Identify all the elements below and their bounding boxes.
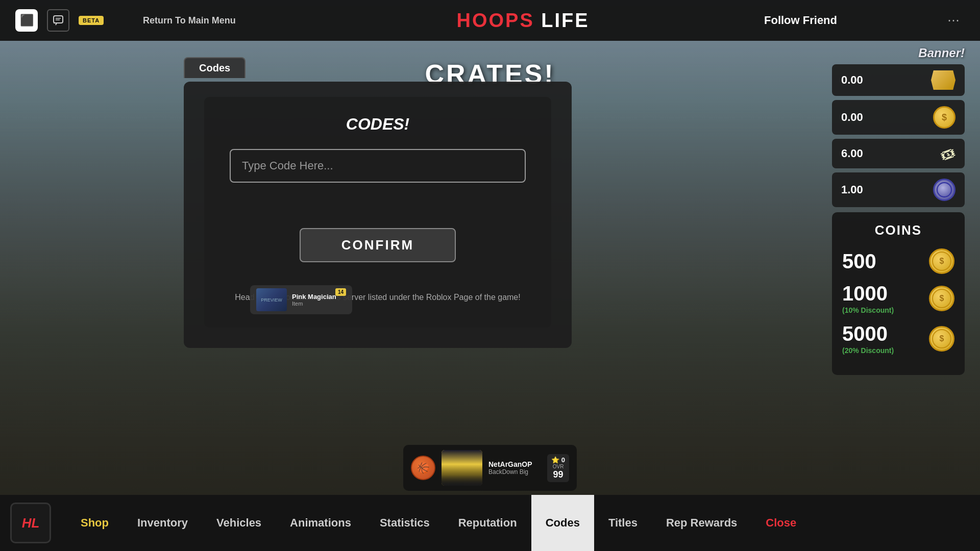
roblox-icon: ⬛ bbox=[15, 9, 38, 32]
ovr-label: OVR bbox=[553, 464, 564, 469]
follow-friend-button[interactable]: Follow Friend bbox=[764, 14, 837, 27]
nav-codes[interactable]: Codes bbox=[531, 495, 594, 551]
coin-amount-5000: 5000 bbox=[842, 322, 929, 345]
ticket-value: 6.00 bbox=[841, 147, 863, 160]
nav-titles[interactable]: Titles bbox=[594, 495, 652, 551]
ticket-icon: 🎟 bbox=[938, 143, 958, 164]
coin-discount-1000: (10% Discount) bbox=[842, 306, 929, 314]
player-ball-icon: 🏀 bbox=[411, 456, 435, 480]
bottom-nav: HL Shop Inventory Vehicles Animations St… bbox=[0, 495, 980, 551]
title-hoops: HOOPS bbox=[457, 10, 534, 31]
coin-row: 0.00 $ bbox=[832, 100, 965, 135]
token-row: 1.00 bbox=[832, 172, 965, 207]
preview-thumbnail: PREVIEW bbox=[256, 288, 287, 311]
coin-option-5000[interactable]: 5000 (20% Discount) $ bbox=[842, 322, 954, 355]
nav-reputation[interactable]: Reputation bbox=[444, 495, 531, 551]
chat-icon[interactable] bbox=[47, 9, 69, 32]
preview-badge: 14 bbox=[335, 288, 346, 296]
coin-buy-500[interactable]: $ bbox=[929, 248, 954, 274]
code-input[interactable] bbox=[230, 149, 526, 183]
gold-value: 0.00 bbox=[841, 73, 863, 87]
confirm-button[interactable]: CONFIRM bbox=[300, 228, 456, 262]
svg-rect-0 bbox=[54, 16, 63, 23]
more-options-icon[interactable]: ⋯ bbox=[942, 9, 965, 32]
title-life: LIFE bbox=[541, 10, 589, 31]
gold-row: 0.00 bbox=[832, 64, 965, 96]
topbar-left: ⬛ BETA bbox=[15, 9, 104, 32]
codes-panel-title: CODES! bbox=[230, 115, 526, 134]
coin-amount-1000: 1000 bbox=[842, 282, 929, 305]
codes-panel: Codes CODES! PREVIEW Pink Magician Item … bbox=[184, 82, 572, 348]
ovr-value: 99 bbox=[553, 469, 564, 480]
token-value: 1.00 bbox=[841, 183, 863, 196]
coins-shop-panel: COINS 500 $ 1000 (10% Discount) $ bbox=[832, 212, 965, 375]
preview-card: PREVIEW Pink Magician Item 14 bbox=[250, 285, 352, 314]
nav-logo: HL bbox=[10, 503, 51, 543]
player-name: NetArGanOP bbox=[488, 460, 541, 468]
preview-sub: Item bbox=[292, 300, 336, 307]
main-area: CRATES! Codes CODES! PREVIEW Pink Magici… bbox=[0, 41, 980, 495]
nav-close[interactable]: Close bbox=[751, 495, 811, 551]
coin-buy-5000[interactable]: $ bbox=[929, 326, 954, 352]
token-icon bbox=[933, 179, 955, 201]
coin-500-info: 500 bbox=[842, 250, 929, 273]
player-card: 🏀 NetArGanOP BackDown Big ⭐ 0 OVR 99 bbox=[403, 445, 577, 491]
ticket-row: 6.00 🎟 bbox=[832, 139, 965, 168]
codes-tab-label[interactable]: Codes bbox=[184, 57, 246, 78]
game-title: HOOPS LIFE bbox=[457, 10, 590, 32]
player-info: NetArGanOP BackDown Big bbox=[488, 460, 541, 475]
nav-vehicles[interactable]: Vehicles bbox=[202, 495, 276, 551]
nav-animations[interactable]: Animations bbox=[276, 495, 365, 551]
preview-name: Pink Magician bbox=[292, 293, 336, 300]
nav-shop[interactable]: Shop bbox=[66, 495, 123, 551]
coin-option-500[interactable]: 500 $ bbox=[842, 248, 954, 274]
coin-amount-500: 500 bbox=[842, 250, 929, 273]
player-sub: BackDown Big bbox=[488, 468, 541, 475]
nav-statistics[interactable]: Statistics bbox=[365, 495, 444, 551]
coin-1000-info: 1000 (10% Discount) bbox=[842, 282, 929, 314]
banner-label: Banner! bbox=[832, 46, 965, 60]
player-score-badge: ⭐ 0 OVR 99 bbox=[547, 454, 569, 482]
coin-row-value: 0.00 bbox=[841, 111, 863, 124]
right-currency-panel: Banner! 0.00 0.00 $ 6.00 🎟 1.00 COINS bbox=[832, 46, 965, 375]
gold-icon bbox=[931, 70, 955, 90]
coin-option-1000[interactable]: 1000 (10% Discount) $ bbox=[842, 282, 954, 314]
coin-5000-info: 5000 (20% Discount) bbox=[842, 322, 929, 355]
coin-discount-5000: (20% Discount) bbox=[842, 346, 929, 355]
player-thumbnail bbox=[442, 450, 482, 486]
top-bar: ⬛ BETA Return To Main Menu HOOPS LIFE Fo… bbox=[0, 0, 980, 41]
coins-shop-title: COINS bbox=[842, 222, 954, 238]
nav-rep-rewards[interactable]: Rep Rewards bbox=[652, 495, 751, 551]
player-score: ⭐ 0 bbox=[551, 456, 565, 464]
nav-inventory[interactable]: Inventory bbox=[123, 495, 202, 551]
topbar-center: HOOPS LIFE bbox=[457, 10, 590, 32]
coin-buy-1000[interactable]: $ bbox=[929, 286, 954, 311]
beta-badge: BETA bbox=[79, 16, 104, 25]
return-menu-button[interactable]: Return To Main Menu bbox=[143, 15, 236, 26]
coin-icon: $ bbox=[933, 106, 955, 129]
